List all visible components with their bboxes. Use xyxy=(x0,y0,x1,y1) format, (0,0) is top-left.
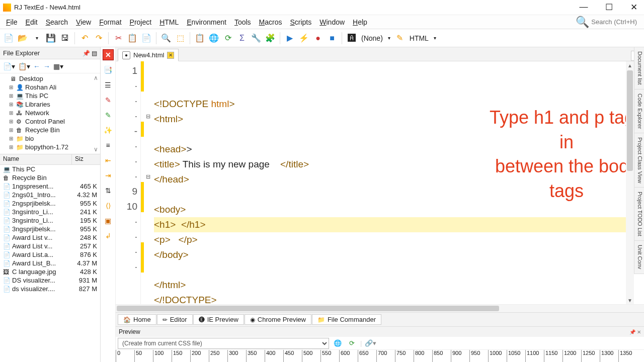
save-button[interactable]: 💾 xyxy=(44,32,57,45)
css-select[interactable]: (Create from current CSS file) xyxy=(118,338,329,349)
duplicate-icon[interactable]: 📑 xyxy=(103,64,114,75)
lines-icon[interactable]: ≡ xyxy=(103,140,114,151)
file-row[interactable]: 📄1ngspresent...465 K xyxy=(0,182,100,191)
file-row[interactable]: 📄3ngsintro_Li...195 K xyxy=(0,216,100,225)
scroll-up-arrow-icon[interactable]: ▲ xyxy=(626,61,634,69)
preview-refresh-icon[interactable]: ⟳ xyxy=(346,338,357,349)
file-list[interactable]: 💻This PC🗑Recycle Bin📄1ngspresent...465 K… xyxy=(0,165,100,362)
preview-link-icon[interactable]: 🔗▾ xyxy=(365,338,376,349)
maximize-button[interactable]: ☐ xyxy=(602,2,616,13)
sort-icon[interactable]: ⇅ xyxy=(103,185,114,196)
cut-button[interactable]: ✂ xyxy=(112,32,125,45)
edit-green-icon[interactable]: ✎ xyxy=(103,110,114,121)
copy-button[interactable]: 📋 xyxy=(126,32,139,45)
file-row[interactable]: 📄2ngsprjibelsk...955 K xyxy=(0,199,100,208)
find-button[interactable]: 🔍 xyxy=(159,32,173,45)
tag-icon[interactable]: ⟨⟩ xyxy=(103,200,114,211)
file-row[interactable]: 💻This PC xyxy=(0,165,100,173)
tools-button[interactable]: 🔧 xyxy=(250,32,263,45)
right-tab-code-explorer[interactable]: Code Explorer xyxy=(634,89,644,133)
edit-red-icon[interactable]: ✎ xyxy=(103,95,114,106)
scroll-down-arrow-icon[interactable]: ▼ xyxy=(626,296,634,304)
file-row[interactable]: 📄2ngs01_Intro...4.32 M xyxy=(0,191,100,199)
lang-icon[interactable]: ✎ xyxy=(393,32,407,45)
tree-item[interactable]: ⊞⚙Control Panel xyxy=(2,117,98,126)
redo-button[interactable]: ↷ xyxy=(92,32,105,45)
wrap-icon[interactable]: ↲ xyxy=(103,230,114,241)
new-file-button[interactable]: 📄 xyxy=(2,32,15,45)
tree-item[interactable]: ⊞🖧Network xyxy=(2,109,98,117)
wand-icon[interactable]: ✨ xyxy=(103,125,114,136)
lang-drop-icon[interactable]: ▾ xyxy=(432,35,438,41)
right-tab-project-class-view[interactable]: Project Class View xyxy=(634,133,644,188)
code-content[interactable]: <!DOCTYPE html><html><head>><title> This… xyxy=(152,61,644,304)
menu-edit[interactable]: Edit xyxy=(22,17,42,28)
horizontal-scrollbar[interactable] xyxy=(116,304,644,312)
minimize-button[interactable]: — xyxy=(577,2,591,13)
preview-globe-icon[interactable]: 🌐 xyxy=(332,338,343,349)
scroll-up-icon[interactable]: ∧ xyxy=(94,74,98,81)
up-folder-icon[interactable]: 📄▾ xyxy=(3,62,15,70)
encoding-icon[interactable]: 🅰 xyxy=(345,32,358,45)
tree-item[interactable]: 🖥Desktop xyxy=(2,74,98,83)
run-button[interactable]: ▶ xyxy=(283,32,296,45)
menu-file[interactable]: File xyxy=(2,17,22,28)
tab-close-icon[interactable]: ✕ xyxy=(167,52,174,59)
back-button[interactable]: ← xyxy=(33,62,40,70)
open-recent-button[interactable]: ▾ xyxy=(30,32,43,45)
menu-help[interactable]: Help xyxy=(349,17,371,28)
stop-button[interactable]: ■ xyxy=(326,32,339,45)
menu-environment[interactable]: Environment xyxy=(183,17,230,28)
menu-project[interactable]: Project xyxy=(126,17,156,28)
file-row[interactable]: 📄3ngsprjibelsk...955 K xyxy=(0,225,100,233)
code-editor[interactable]: 1···-···910···· ⊟⊟ <!DOCTYPE html><html>… xyxy=(116,61,644,304)
encoding-label[interactable]: (None) xyxy=(359,34,385,42)
menu-macros[interactable]: Macros xyxy=(255,17,286,28)
clipboard-button[interactable]: 📋 xyxy=(193,32,206,45)
menu-scripts[interactable]: Scripts xyxy=(286,17,315,28)
file-row[interactable]: 📄Award List v...257 K xyxy=(0,242,100,250)
tree-item[interactable]: ⊞📁biopython-1.72 xyxy=(2,143,98,151)
web-button[interactable]: 🌐 xyxy=(207,32,220,45)
lang-label[interactable]: HTML xyxy=(408,34,431,42)
refresh-button[interactable]: ⟳ xyxy=(221,32,234,45)
list-icon[interactable]: ☰ xyxy=(103,79,114,90)
bottom-tab-editor[interactable]: ✏Editor xyxy=(157,314,193,325)
vertical-scrollbar[interactable]: ▲ ▼ xyxy=(626,61,634,304)
close-button[interactable]: ✕ xyxy=(627,2,641,13)
menu-html[interactable]: HTML xyxy=(155,17,183,28)
file-row[interactable]: 🖼C language.jpg428 K xyxy=(0,267,100,276)
paste-button[interactable]: 📄 xyxy=(140,32,153,45)
panel-pin-icon[interactable]: 📌 xyxy=(83,50,90,57)
menu-search[interactable]: 🔍 Search (Ctrl+H) xyxy=(576,16,642,29)
bracket-icon[interactable]: ▣ xyxy=(103,215,114,226)
view-button-icon[interactable]: ▦▾ xyxy=(53,62,63,70)
tree-item[interactable]: ⊞🗑Recycle Bin xyxy=(2,126,98,134)
tree-item[interactable]: ⊞💻This PC xyxy=(2,92,98,100)
encoding-drop-icon[interactable]: ▾ xyxy=(386,35,392,41)
col-size[interactable]: Siz xyxy=(72,154,100,164)
right-tab-project-todo-list[interactable]: Project TODO List xyxy=(634,188,644,241)
menu-tools[interactable]: Tools xyxy=(230,17,255,28)
hscroll-thumb[interactable] xyxy=(117,306,499,311)
open-button[interactable]: 📂 xyxy=(16,32,29,45)
right-tab-document-list[interactable]: Document list xyxy=(634,47,644,89)
scroll-thumb[interactable] xyxy=(627,70,633,171)
indent-right-icon[interactable]: ⇥ xyxy=(103,170,114,181)
preview-pin-icon[interactable]: 📌 ✕ xyxy=(629,329,641,335)
menu-search[interactable]: Search xyxy=(42,17,72,28)
close-all-button[interactable]: ✕ xyxy=(103,49,114,60)
file-row[interactable]: 📄Award List_B...4.37 M xyxy=(0,259,100,267)
highlight-button[interactable]: ⬚ xyxy=(174,32,187,45)
col-name[interactable]: Name xyxy=(0,154,72,164)
file-row[interactable]: 🗑Recycle Bin xyxy=(0,173,100,182)
tree-item[interactable]: ⊞📚Libraries xyxy=(2,100,98,109)
undo-button[interactable]: ↶ xyxy=(78,32,91,45)
document-tab[interactable]: ● New4.html ✕ xyxy=(118,49,179,61)
tree-item[interactable]: ⊞👤Roshan Ali xyxy=(2,83,98,92)
right-tab-unit-conv[interactable]: Unit Conv xyxy=(634,241,644,274)
forward-button[interactable]: → xyxy=(43,62,50,70)
file-row[interactable]: 📄3ngsintro_Li...241 K xyxy=(0,208,100,216)
scroll-down-icon[interactable]: ∨ xyxy=(94,146,98,153)
compile-button[interactable]: ⚡ xyxy=(297,32,310,45)
